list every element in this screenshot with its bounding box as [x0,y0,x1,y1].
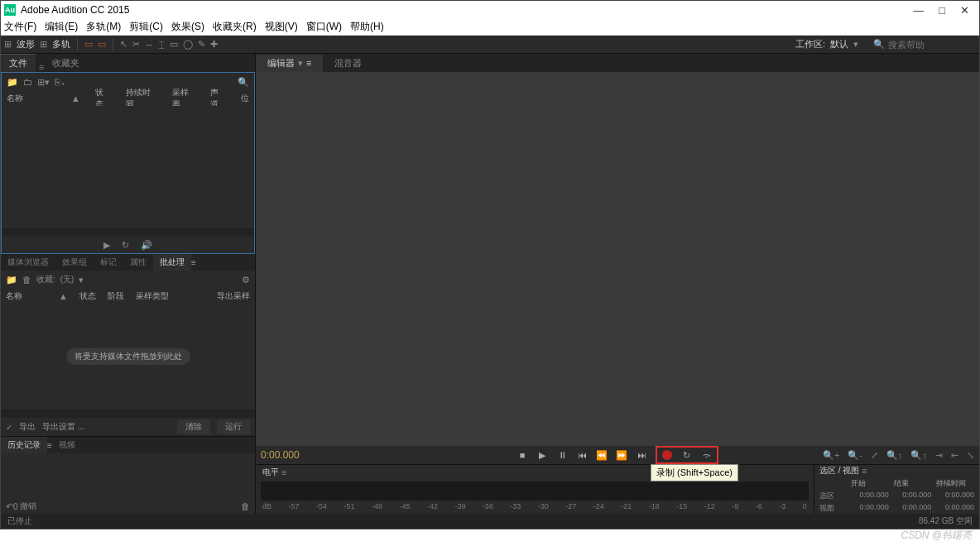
search-help-input[interactable] [888,40,971,50]
search-files-icon[interactable]: 🔍 [238,77,249,88]
files-scrollbar[interactable] [2,228,254,237]
tab-mixer[interactable]: 混音器 [323,55,373,72]
sel-end[interactable]: 0:00.000 [894,491,932,501]
stop-button[interactable]: ■ [516,449,528,461]
menu-clip[interactable]: 剪辑(C) [129,20,163,34]
spot-heal-icon[interactable]: ✚ [210,39,218,50]
tab-editor[interactable]: 编辑器 ▾ ≡ [256,55,323,72]
menu-view[interactable]: 视图(V) [265,20,298,34]
batch-drop-area[interactable]: 将受支持媒体文件拖放到此处 [1,304,255,410]
minimize-button[interactable]: — [913,4,924,17]
loop-preview-icon[interactable]: ↻ [122,240,129,251]
tab-markers[interactable]: 标记 [94,254,123,271]
zoom-sel-in-icon[interactable]: ⇥ [935,450,943,461]
settings-icon[interactable]: ⚙ [242,275,250,285]
sort-arrow-icon[interactable]: ▲ [59,291,68,301]
view-start[interactable]: 0:00.000 [851,503,889,514]
add-files-icon[interactable]: 📁 [6,275,17,285]
play-button[interactable]: ▶ [536,449,548,461]
chevron-down-icon[interactable]: ▾ [853,39,858,50]
batch-scrollbar[interactable] [1,410,255,418]
timecode-display[interactable]: 0:00.000 [261,449,300,461]
import-icon[interactable]: 🗀 [23,77,32,87]
remove-icon[interactable]: 🗑 [22,275,31,285]
menu-favorites[interactable]: 收藏夹(R) [213,20,257,34]
menu-file[interactable]: 文件(F) [4,20,36,34]
view-dur[interactable]: 0:00.000 [936,503,974,514]
clear-button[interactable]: 清除 [177,419,210,434]
files-list[interactable] [2,106,254,228]
chevron-down-icon[interactable]: ▾ [79,275,84,285]
export-checkbox[interactable]: ✓ [6,423,12,432]
zoom-out-time-icon[interactable]: 🔍‑ [848,450,862,461]
panel-menu-icon[interactable]: ≡ [281,467,286,477]
go-start-button[interactable]: ⏮ [576,449,588,461]
tab-history[interactable]: 历史记录 [1,437,47,453]
zoom-in-amp-icon[interactable]: 🔍↕ [886,450,903,461]
menu-effects[interactable]: 效果(S) [171,20,204,34]
menu-help[interactable]: 帮助(H) [350,20,384,34]
maximize-button[interactable]: □ [939,4,945,17]
zoom-in-time-icon[interactable]: 🔍+ [823,450,839,461]
panel-menu-icon[interactable]: ≡ [862,466,867,476]
col-export[interactable]: 导出采样 [217,290,250,302]
autoplay-icon[interactable]: 🔊 [141,240,152,251]
trash-icon[interactable]: 🗑 [241,501,250,511]
tab-files[interactable]: 文件 [1,54,36,72]
menu-window[interactable]: 窗口(W) [306,20,342,34]
run-button[interactable]: 运行 [217,419,250,434]
record-button[interactable] [662,450,672,460]
menu-multitrack[interactable]: 多轨(M) [86,20,121,34]
tab-video[interactable]: 视频 [52,437,82,453]
tab-favorites[interactable]: 收藏夹 [44,55,88,72]
history-list[interactable] [1,453,255,499]
marquee-icon[interactable]: ▭ [170,39,178,50]
undo-count-icon[interactable]: ↶ [6,501,13,512]
view-end[interactable]: 0:00.000 [894,503,932,514]
zoom-full-icon[interactable]: ⤡ [967,450,974,461]
loop-button[interactable]: ↻ [680,449,692,461]
zoom-sel-out-icon[interactable]: ⇤ [951,450,958,461]
move-tool-icon[interactable]: ↖ [120,39,127,50]
sel-dur[interactable]: 0:00.000 [936,491,974,501]
panel-menu-icon[interactable]: ≡ [191,258,196,267]
export-settings-link[interactable]: 导出设置 ... [42,421,84,433]
waveform-label[interactable]: 波形 [17,38,35,50]
sel-start[interactable]: 0:00.000 [851,491,889,501]
col-name[interactable]: 名称 [6,290,22,302]
rewind-button[interactable]: ⏪ [596,449,608,461]
selection-title[interactable]: 选区 / 视图 ≡ [814,465,979,477]
pause-button[interactable]: ⏸ [556,449,568,461]
tab-batch[interactable]: 批处理 [153,254,191,271]
levels-meter[interactable] [261,481,809,500]
multitrack-label[interactable]: 多轨 [52,38,70,50]
lasso-icon[interactable]: ◯ [183,39,193,50]
panel-menu-icon[interactable]: ≡ [306,58,311,68]
menu-edit[interactable]: 编辑(E) [45,20,78,34]
brush-icon[interactable]: ✎ [198,39,205,50]
tab-properties[interactable]: 属性 [123,254,153,271]
play-preview-icon[interactable]: ▶ [103,240,110,251]
tab-effects-rack[interactable]: 效果组 [55,254,94,271]
forward-button[interactable]: ⏩ [616,449,627,461]
zoom-reset-icon[interactable]: ⤢ [871,450,878,461]
zoom-out-amp-icon[interactable]: 🔍↕ [910,450,927,461]
col-name[interactable]: 名称 [7,93,56,104]
col-stage[interactable]: 阶段 [108,290,124,302]
sort-arrow-icon[interactable]: ▲ [71,93,80,103]
editor-canvas[interactable] [256,72,979,446]
go-end-button[interactable]: ⏭ [636,449,647,461]
open-file-icon[interactable]: 📁 [7,77,18,88]
col-bit[interactable]: 位 [241,93,249,104]
close-button[interactable]: ✕ [960,4,969,17]
waveform-view-icon[interactable]: ⊞ [4,39,12,50]
insert-into-icon[interactable]: ⎘▾ [55,77,66,87]
workspace-dropdown[interactable]: 默认 [830,38,848,50]
spectral-pitch-icon[interactable]: ▭ [98,39,106,50]
razor-tool-icon[interactable]: ✂ [132,39,140,50]
slip-tool-icon[interactable]: ↔ [145,40,154,50]
chevron-down-icon[interactable]: ▾ [298,58,303,69]
time-select-icon[interactable]: ⌶ [159,40,165,50]
new-multitrack-icon[interactable]: ⊞▾ [37,77,50,88]
skip-selection-button[interactable]: ⤼ [700,449,712,461]
